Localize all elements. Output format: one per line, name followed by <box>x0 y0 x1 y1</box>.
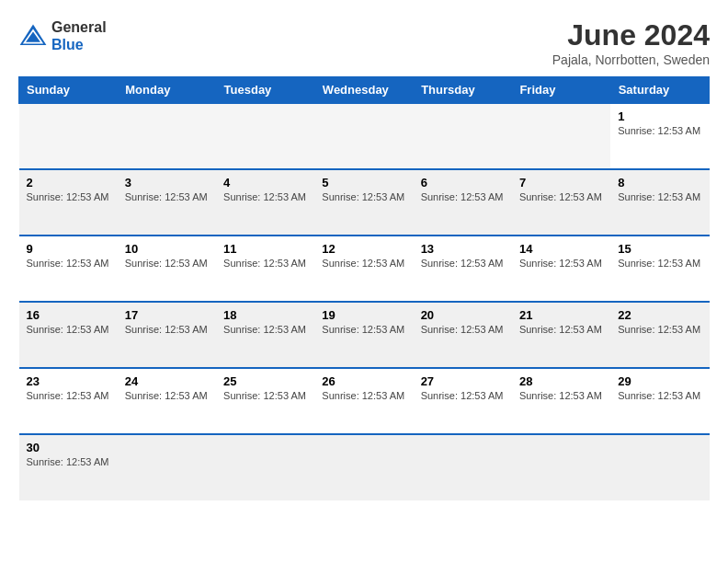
page-header: General Blue June 2024 Pajala, Norrbotte… <box>18 18 710 67</box>
month-title: June 2024 <box>552 18 710 52</box>
day-number: 21 <box>519 308 603 322</box>
day-sunrise: Sunrise: 12:53 AM <box>519 390 603 401</box>
day-sunrise: Sunrise: 12:53 AM <box>421 324 505 335</box>
day-sunrise: Sunrise: 12:53 AM <box>519 258 603 269</box>
day-sunrise: Sunrise: 12:53 AM <box>27 324 110 335</box>
table-row: 30Sunrise: 12:53 AM <box>19 434 118 500</box>
day-sunrise: Sunrise: 12:53 AM <box>125 258 209 269</box>
day-number: 25 <box>223 374 307 388</box>
table-row <box>414 434 512 500</box>
table-row: 23Sunrise: 12:53 AM <box>19 368 118 434</box>
location-subtitle: Pajala, Norrbotten, Sweden <box>552 52 710 67</box>
table-row <box>19 103 118 169</box>
day-sunrise: Sunrise: 12:53 AM <box>618 258 701 269</box>
table-row: 19Sunrise: 12:53 AM <box>314 302 413 368</box>
logo-text: General Blue <box>51 18 107 53</box>
day-number: 17 <box>125 308 209 322</box>
header-wednesday: Wednesday <box>314 77 413 104</box>
table-row <box>216 434 314 500</box>
table-row: 10Sunrise: 12:53 AM <box>118 236 216 302</box>
table-row: 28Sunrise: 12:53 AM <box>512 368 610 434</box>
day-sunrise: Sunrise: 12:53 AM <box>223 324 307 335</box>
day-sunrise: Sunrise: 12:53 AM <box>618 390 701 401</box>
table-row <box>118 434 216 500</box>
table-row <box>512 103 610 169</box>
day-number: 27 <box>421 374 505 388</box>
table-row: 1Sunrise: 12:53 AM <box>610 103 709 169</box>
table-row: 27Sunrise: 12:53 AM <box>414 368 512 434</box>
day-number: 1 <box>618 109 701 123</box>
table-row: 22Sunrise: 12:53 AM <box>610 302 709 368</box>
table-row: 3Sunrise: 12:53 AM <box>118 169 216 236</box>
header-sunday: Sunday <box>19 77 118 104</box>
header-monday: Monday <box>118 77 216 104</box>
day-sunrise: Sunrise: 12:53 AM <box>322 390 405 401</box>
table-row: 29Sunrise: 12:53 AM <box>610 368 709 434</box>
day-sunrise: Sunrise: 12:53 AM <box>27 456 110 467</box>
table-row <box>512 434 610 500</box>
day-sunrise: Sunrise: 12:53 AM <box>322 324 405 335</box>
day-number: 15 <box>618 242 701 256</box>
day-number: 7 <box>519 176 603 190</box>
day-number: 2 <box>27 176 110 190</box>
table-row: 13Sunrise: 12:53 AM <box>414 236 512 302</box>
calendar-week-row: 23Sunrise: 12:53 AM24Sunrise: 12:53 AM25… <box>19 368 710 434</box>
table-row: 15Sunrise: 12:53 AM <box>610 236 709 302</box>
title-block: June 2024 Pajala, Norrbotten, Sweden <box>552 18 710 67</box>
table-row: 14Sunrise: 12:53 AM <box>512 236 610 302</box>
day-number: 6 <box>421 176 505 190</box>
day-number: 3 <box>125 176 209 190</box>
day-number: 18 <box>223 308 307 322</box>
day-sunrise: Sunrise: 12:53 AM <box>125 324 209 335</box>
day-number: 5 <box>322 176 405 190</box>
table-row <box>216 103 314 169</box>
day-number: 10 <box>125 242 209 256</box>
header-saturday: Saturday <box>610 77 709 104</box>
day-number: 22 <box>618 308 701 322</box>
day-sunrise: Sunrise: 12:53 AM <box>223 258 307 269</box>
day-number: 14 <box>519 242 603 256</box>
table-row: 4Sunrise: 12:53 AM <box>216 169 314 236</box>
day-sunrise: Sunrise: 12:53 AM <box>125 191 209 202</box>
day-sunrise: Sunrise: 12:53 AM <box>223 191 307 202</box>
day-sunrise: Sunrise: 12:53 AM <box>125 390 209 401</box>
calendar-week-row: 2Sunrise: 12:53 AM3Sunrise: 12:53 AM4Sun… <box>19 169 710 236</box>
day-sunrise: Sunrise: 12:53 AM <box>27 258 110 269</box>
logo-icon <box>18 23 48 49</box>
day-sunrise: Sunrise: 12:53 AM <box>223 390 307 401</box>
day-number: 16 <box>27 308 110 322</box>
day-number: 8 <box>618 176 701 190</box>
day-number: 24 <box>125 374 209 388</box>
table-row: 7Sunrise: 12:53 AM <box>512 169 610 236</box>
day-number: 30 <box>27 441 110 454</box>
header-tuesday: Tuesday <box>216 77 314 104</box>
day-number: 9 <box>27 242 110 256</box>
day-sunrise: Sunrise: 12:53 AM <box>27 191 110 202</box>
day-sunrise: Sunrise: 12:53 AM <box>322 258 405 269</box>
calendar-table: Sunday Monday Tuesday Wednesday Thursday… <box>18 76 710 500</box>
table-row: 20Sunrise: 12:53 AM <box>414 302 512 368</box>
table-row <box>314 434 413 500</box>
day-sunrise: Sunrise: 12:53 AM <box>519 324 603 335</box>
table-row: 11Sunrise: 12:53 AM <box>216 236 314 302</box>
day-number: 20 <box>421 308 505 322</box>
table-row <box>314 103 413 169</box>
table-row: 9Sunrise: 12:53 AM <box>19 236 118 302</box>
table-row: 8Sunrise: 12:53 AM <box>610 169 709 236</box>
day-number: 26 <box>322 374 405 388</box>
day-number: 12 <box>322 242 405 256</box>
calendar-week-row: 16Sunrise: 12:53 AM17Sunrise: 12:53 AM18… <box>19 302 710 368</box>
day-number: 29 <box>618 374 701 388</box>
day-sunrise: Sunrise: 12:53 AM <box>421 390 505 401</box>
day-sunrise: Sunrise: 12:53 AM <box>519 191 603 202</box>
day-number: 11 <box>223 242 307 256</box>
table-row <box>610 434 709 500</box>
table-row <box>414 103 512 169</box>
day-sunrise: Sunrise: 12:53 AM <box>27 390 110 401</box>
day-sunrise: Sunrise: 12:53 AM <box>618 191 701 202</box>
day-sunrise: Sunrise: 12:53 AM <box>421 191 505 202</box>
day-sunrise: Sunrise: 12:53 AM <box>618 324 701 335</box>
day-number: 19 <box>322 308 405 322</box>
day-number: 13 <box>421 242 505 256</box>
table-row: 16Sunrise: 12:53 AM <box>19 302 118 368</box>
